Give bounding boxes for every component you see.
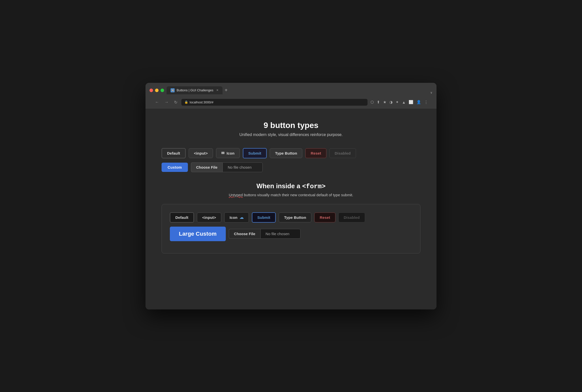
- form-button-row-1: Default <input> Icon ☁ Submit Type Butto…: [170, 212, 412, 223]
- tab-close-button[interactable]: ✕: [216, 89, 219, 92]
- profile-icon[interactable]: 👤: [416, 99, 422, 105]
- address-bar: ← → ↻ 🔒 localhost:3000/# ⬡ ⬆ ★ ◑ ✦ ▲ ⬜ 👤…: [150, 97, 432, 109]
- menu-icon[interactable]: ⋮: [424, 99, 428, 105]
- extension-icon-1[interactable]: ◑: [389, 99, 393, 105]
- form-input-button[interactable]: <input>: [197, 213, 221, 222]
- refresh-button[interactable]: ↻: [173, 99, 179, 105]
- tab-chevron-icon[interactable]: ∨: [430, 91, 432, 94]
- back-button[interactable]: ←: [154, 99, 161, 105]
- form-reset-button[interactable]: Reset: [314, 213, 335, 222]
- form-file-input-wrapper: Choose File No file chosen: [229, 229, 301, 239]
- external-link-icon[interactable]: ⬡: [370, 99, 374, 105]
- traffic-lights: [150, 89, 164, 92]
- form-icon-button[interactable]: Icon ☁: [224, 212, 249, 223]
- extension-icon-3[interactable]: ▲: [401, 100, 406, 105]
- page-subtitle: Unified modern style, visual differences…: [162, 133, 420, 137]
- browser-window: 🔘 Buttons | GUI Challenges ✕ + ∨ ← → ↻ 🔒…: [145, 83, 436, 309]
- choose-file-button[interactable]: Choose File: [191, 162, 223, 172]
- forward-button[interactable]: →: [163, 99, 170, 105]
- form-choose-file-button[interactable]: Choose File: [229, 229, 260, 239]
- url-text: localhost:3000/#: [190, 100, 213, 104]
- file-input-wrapper: Choose File No file chosen: [191, 162, 263, 172]
- submit-button[interactable]: Submit: [243, 148, 267, 158]
- lock-icon: 🔒: [184, 100, 188, 104]
- form-section: When inside a <form> Untyped buttons vis…: [162, 182, 420, 253]
- extension-icon-2[interactable]: ✦: [395, 99, 399, 105]
- tab-title: Buttons | GUI Challenges: [177, 88, 213, 92]
- envelope-icon: ✉: [221, 151, 225, 155]
- form-section-title: When inside a <form>: [162, 182, 420, 190]
- tab-bar: 🔘 Buttons | GUI Challenges ✕ + ∨: [167, 86, 432, 94]
- cloud-icon: ☁: [240, 215, 244, 220]
- default-button[interactable]: Default: [162, 148, 186, 158]
- address-input[interactable]: 🔒 localhost:3000/#: [181, 99, 368, 106]
- title-bar: 🔘 Buttons | GUI Challenges ✕ + ∨ ← → ↻ 🔒…: [145, 83, 436, 109]
- button-row-2: Custom Choose File No file chosen: [162, 162, 420, 172]
- untyped-text: Untyped: [229, 193, 243, 197]
- page-content: 9 button types Unified modern style, vis…: [145, 109, 436, 309]
- bookmark-icon[interactable]: ★: [383, 99, 387, 105]
- type-button-button[interactable]: Type Button: [270, 148, 302, 158]
- sidebar-icon[interactable]: ⬜: [408, 99, 414, 105]
- form-disabled-button: Disabled: [338, 213, 365, 222]
- input-button[interactable]: <input>: [189, 148, 213, 158]
- active-tab[interactable]: 🔘 Buttons | GUI Challenges ✕: [167, 86, 223, 94]
- maximize-button[interactable]: [161, 89, 164, 92]
- button-row-1: Default <input> ✉ Icon Submit Type Butto…: [162, 148, 420, 158]
- large-custom-button[interactable]: Large Custom: [170, 227, 226, 241]
- toolbar-icons: ⬡ ⬆ ★ ◑ ✦ ▲ ⬜ 👤 ⋮: [370, 99, 428, 105]
- no-file-chosen-label: No file chosen: [223, 162, 263, 172]
- tab-favicon: 🔘: [171, 88, 175, 92]
- form-type-button-button[interactable]: Type Button: [279, 213, 311, 222]
- disabled-button: Disabled: [329, 148, 356, 158]
- form-section-subtitle: Untyped buttons visually match their new…: [162, 193, 420, 197]
- form-default-button[interactable]: Default: [170, 212, 194, 223]
- minimize-button[interactable]: [155, 89, 159, 92]
- custom-button[interactable]: Custom: [162, 163, 188, 172]
- icon-button[interactable]: ✉ Icon: [216, 148, 240, 158]
- share-icon[interactable]: ⬆: [376, 99, 381, 105]
- form-no-file-chosen-label: No file chosen: [260, 229, 301, 239]
- form-button-row-2: Large Custom Choose File No file chosen: [170, 227, 412, 241]
- form-box: Default <input> Icon ☁ Submit Type Butto…: [162, 204, 420, 253]
- form-submit-button[interactable]: Submit: [252, 212, 276, 223]
- reset-button[interactable]: Reset: [305, 148, 326, 158]
- page-title: 9 button types: [162, 121, 420, 130]
- close-button[interactable]: [150, 89, 153, 92]
- new-tab-button[interactable]: +: [223, 86, 230, 94]
